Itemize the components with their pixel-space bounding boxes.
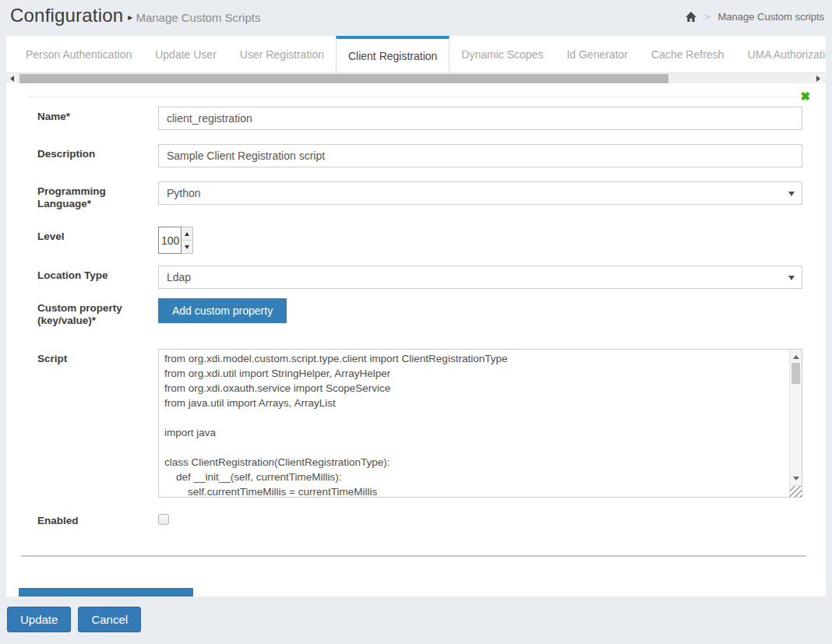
script-label: Script [37,349,158,498]
page-subtitle: Manage Custom Scripts [136,11,260,24]
description-input[interactable] [158,144,802,167]
tab-id-generator[interactable]: Id Generator [555,36,640,72]
tab-dynamic-scopes[interactable]: Dynamic Scopes [449,36,555,72]
name-row: Name* [37,107,802,130]
add-custom-property-button[interactable]: Add custom property [158,298,287,323]
level-spinner-buttons [182,227,193,254]
programming-language-label: Programming Language* [37,181,158,210]
cancel-button[interactable]: Cancel [78,607,141,632]
down-arrow-icon [793,477,799,480]
script-vertical-scrollbar[interactable] [789,350,802,485]
programming-language-select[interactable]: Python [158,181,802,205]
script-code[interactable]: from org.xdi.model.custom.script.type.cl… [160,350,789,496]
breadcrumb: > Manage Custom scripts [686,11,824,23]
description-row: Description [37,144,802,167]
name-input[interactable] [158,107,802,130]
page-title: Configuration [10,5,123,26]
level-spinner [158,227,802,254]
scroll-left-arrow-icon[interactable] [10,76,14,82]
custom-property-row: Custom property (key/value)* Add custom … [37,298,802,327]
breadcrumb-current: Manage Custom scripts [717,11,824,23]
programming-language-row: Programming Language* Python [37,181,802,210]
tabs-horizontal-scrollbar[interactable] [6,72,826,83]
spinner-down-button[interactable] [182,240,192,253]
script-row: Script from org.xdi.model.custom.script.… [37,349,802,498]
level-label: Level [37,227,158,254]
tab-person-authentication[interactable]: Person Authentication [14,36,143,72]
section-divider [21,555,806,557]
programming-language-value: Python [167,187,201,199]
tab-client-registration[interactable]: Client Registration [336,36,449,72]
level-row: Level [37,227,802,254]
tab-update-user[interactable]: Update User [143,36,228,72]
tab-uma-authorization-policies[interactable]: UMA Authorization Policies [735,36,826,72]
custom-property-label: Custom property (key/value)* [37,298,158,327]
form-legend-row: ✖ [27,90,810,104]
vertical-scrollbar-thumb[interactable] [791,363,800,384]
enabled-row: Enabled [37,511,802,528]
location-type-row: Location Type Ldap [37,266,802,289]
tab-cache-refresh[interactable]: Cache Refresh [640,36,735,72]
tab-bar: Person Authentication Update User User R… [6,36,826,72]
footer-actions: Update Cancel [7,607,141,632]
script-textarea[interactable]: from org.xdi.model.custom.script.type.cl… [158,349,802,498]
horizontal-scrollbar-thumb[interactable] [19,74,668,83]
dropdown-arrow-icon [788,276,795,280]
page-header: Configuration▸Manage Custom Scripts > Ma… [0,0,832,36]
content-panel: Person Authentication Update User User R… [6,36,826,596]
enabled-checkbox[interactable] [158,514,169,525]
page-title-wrap: Configuration▸Manage Custom Scripts [10,5,260,26]
location-type-value: Ldap [167,271,191,283]
name-label: Name* [37,107,158,130]
script-form: ✖ Name* Description Programming Language… [6,90,826,528]
level-input[interactable] [158,227,182,254]
page-root: Configuration▸Manage Custom Scripts > Ma… [0,0,832,644]
up-arrow-icon [793,355,799,359]
scrollbar-up-button[interactable] [790,351,802,362]
caret-icon: ▸ [128,12,132,23]
up-arrow-icon [185,232,189,236]
scroll-right-arrow-icon[interactable] [816,76,820,82]
tab-user-registration[interactable]: User Registration [228,36,336,72]
textarea-resize-grip-icon[interactable] [789,485,802,497]
breadcrumb-separator: > [704,12,710,23]
down-arrow-icon [185,245,189,249]
update-button[interactable]: Update [7,607,71,632]
scrollbar-down-button[interactable] [790,473,802,484]
description-label: Description [37,144,158,167]
add-custom-script-configuration-button[interactable]: Add custom script configuration [19,588,193,596]
legend-divider [27,97,798,97]
location-type-label: Location Type [37,266,158,289]
home-icon[interactable] [686,12,696,22]
spinner-up-button[interactable] [182,227,192,240]
location-type-select[interactable]: Ldap [158,266,802,289]
collapse-close-icon[interactable]: ✖ [800,91,810,102]
dropdown-arrow-icon [788,192,795,196]
enabled-label: Enabled [37,511,158,528]
